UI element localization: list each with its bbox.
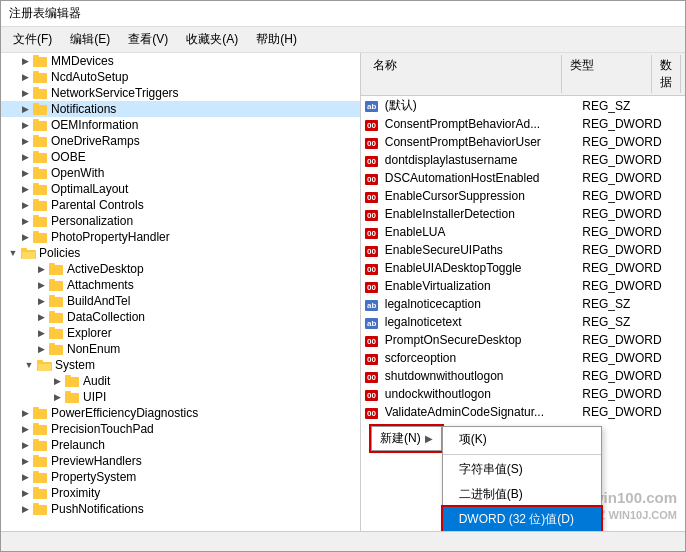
- tree-label: Parental Controls: [51, 198, 144, 212]
- expand-arrow: ▶: [17, 408, 33, 418]
- tree-item-powerefficiencydiagnostics[interactable]: ▶ PowerEfficiencyDiagnostics: [1, 405, 360, 421]
- tree-item-precisiontouchpad[interactable]: ▶ PrecisionTouchPad: [1, 421, 360, 437]
- reg-row-enableinstaller[interactable]: 00 EnableInstallerDetection REG_DWORD: [361, 205, 685, 223]
- tree-item-notifications[interactable]: ▶ Notifications: [1, 101, 360, 117]
- reg-name: EnableUIADesktopToggle: [385, 261, 582, 275]
- folder-open-icon: [37, 358, 53, 372]
- tree-item-onedriveramps[interactable]: ▶ OneDriveRamps: [1, 133, 360, 149]
- col-header-name: 名称: [365, 55, 562, 93]
- tree-item-networkservicetriggers[interactable]: ▶ NetworkServiceTriggers: [1, 85, 360, 101]
- tree-item-attachments[interactable]: ▶ Attachments: [1, 277, 360, 293]
- reg-row-legalnoticetext[interactable]: ab legalnoticetext REG_SZ: [361, 313, 685, 331]
- reg-row-enablevirtualization[interactable]: 00 EnableVirtualization REG_DWORD: [361, 277, 685, 295]
- svg-rect-21: [33, 215, 39, 218]
- reg-row-undockwithout[interactable]: 00 undockwithoutlogon REG_DWORD: [361, 385, 685, 403]
- tree-item-optimallayout[interactable]: ▶ OptimalLayout: [1, 181, 360, 197]
- reg-row-legalnoticecaption[interactable]: ab legalnoticecaption REG_SZ: [361, 295, 685, 313]
- tree-item-system[interactable]: ▼ System: [1, 357, 360, 373]
- dword-icon: 00: [365, 371, 383, 382]
- expand-arrow: ▶: [17, 472, 33, 482]
- reg-type: REG_DWORD: [582, 279, 681, 293]
- submenu-item-string[interactable]: 字符串值(S): [443, 457, 601, 482]
- tree-item-mmdevices[interactable]: ▶ MMDevices: [1, 53, 360, 69]
- ab-icon: ab: [365, 100, 383, 111]
- tree-item-ncdautosetup[interactable]: ▶ NcdAutoSetup: [1, 69, 360, 85]
- tree-item-photopropertyhandler[interactable]: ▶ PhotoPropertyHandler: [1, 229, 360, 245]
- tree-item-openwith[interactable]: ▶ OpenWith: [1, 165, 360, 181]
- reg-row-default[interactable]: ab (默认) REG_SZ: [361, 96, 685, 115]
- tree-item-activedesktop[interactable]: ▶ ActiveDesktop: [1, 261, 360, 277]
- reg-name: EnableSecureUIPaths: [385, 243, 582, 257]
- reg-type: REG_DWORD: [582, 387, 681, 401]
- svg-rect-33: [49, 313, 63, 323]
- expand-arrow: ▶: [17, 424, 33, 434]
- folder-icon: [33, 470, 49, 484]
- folder-icon: [49, 294, 65, 308]
- reg-row-validateadmin[interactable]: 00 ValidateAdminCodeSignatur... REG_DWOR…: [361, 403, 685, 421]
- tree-item-pushnotifications[interactable]: ▶ PushNotifications: [1, 501, 360, 517]
- svg-rect-11: [33, 135, 39, 138]
- svg-rect-37: [49, 345, 63, 355]
- tree-item-personalization[interactable]: ▶ Personalization: [1, 213, 360, 229]
- tree-item-buildandtel[interactable]: ▶ BuildAndTel: [1, 293, 360, 309]
- reg-row-consentpromptuser[interactable]: 00 ConsentPromptBehaviorUser REG_DWORD: [361, 133, 685, 151]
- reg-row-enablesecure[interactable]: 00 EnableSecureUIPaths REG_DWORD: [361, 241, 685, 259]
- tree-item-proximity[interactable]: ▶ Proximity: [1, 485, 360, 501]
- new-button[interactable]: 新建(N) ▶: [371, 426, 442, 451]
- reg-name: EnableCursorSuppression: [385, 189, 582, 203]
- submenu-arrow-icon: ▶: [425, 433, 433, 444]
- folder-icon: [33, 486, 49, 500]
- folder-icon: [49, 342, 65, 356]
- svg-rect-22: [33, 233, 47, 243]
- tree-item-prelaunch[interactable]: ▶ Prelaunch: [1, 437, 360, 453]
- svg-rect-17: [33, 183, 39, 186]
- dword-icon: 00: [365, 389, 383, 400]
- menu-help[interactable]: 帮助(H): [248, 29, 305, 50]
- reg-row-dontdisplay[interactable]: 00 dontdisplaylastusername REG_DWORD: [361, 151, 685, 169]
- tree-item-previewhandlers[interactable]: ▶ PreviewHandlers: [1, 453, 360, 469]
- tree-item-uipi[interactable]: ▶ UIPI: [1, 389, 360, 405]
- reg-row-consentpromptad[interactable]: 00 ConsentPromptBehaviorAd... REG_DWORD: [361, 115, 685, 133]
- tree-label: PreviewHandlers: [51, 454, 142, 468]
- reg-type: REG_DWORD: [582, 207, 681, 221]
- menu-edit[interactable]: 编辑(E): [62, 29, 118, 50]
- svg-rect-7: [33, 103, 39, 106]
- menu-view[interactable]: 查看(V): [120, 29, 176, 50]
- expand-arrow: ▶: [17, 168, 33, 178]
- tree-label: UIPI: [83, 390, 106, 404]
- tree-item-nonenum[interactable]: ▶ NonEnum: [1, 341, 360, 357]
- tree-item-parental-controls[interactable]: ▶ Parental Controls: [1, 197, 360, 213]
- folder-icon: [33, 214, 49, 228]
- folder-icon: [65, 374, 81, 388]
- menu-favorites[interactable]: 收藏夹(A): [178, 29, 246, 50]
- submenu-item-dword32[interactable]: DWORD (32 位)值(D): [443, 507, 601, 531]
- tree-item-oobe[interactable]: ▶ OOBE: [1, 149, 360, 165]
- folder-icon: [33, 502, 49, 516]
- folder-icon: [33, 454, 49, 468]
- tree-item-propertysystem[interactable]: ▶ PropertySystem: [1, 469, 360, 485]
- tree-item-policies[interactable]: ▼ Policies: [1, 245, 360, 261]
- reg-row-dscautomation[interactable]: 00 DSCAutomationHostEnabled REG_DWORD: [361, 169, 685, 187]
- reg-row-shutdownwithout[interactable]: 00 shutdownwithoutlogon REG_DWORD: [361, 367, 685, 385]
- tree-label: PowerEfficiencyDiagnostics: [51, 406, 198, 420]
- tree-item-audit[interactable]: ▶ Audit: [1, 373, 360, 389]
- tree-label: MMDevices: [51, 54, 114, 68]
- menu-file[interactable]: 文件(F): [5, 29, 60, 50]
- reg-row-enableuiadesktop[interactable]: 00 EnableUIADesktopToggle REG_DWORD: [361, 259, 685, 277]
- dword-icon: 00: [365, 353, 383, 364]
- tree-label: NetworkServiceTriggers: [51, 86, 179, 100]
- svg-rect-53: [33, 455, 39, 458]
- tree-item-datacollection[interactable]: ▶ DataCollection: [1, 309, 360, 325]
- submenu-item-binary[interactable]: 二进制值(B): [443, 482, 601, 507]
- folder-icon: [49, 262, 65, 276]
- reg-row-enablecursor[interactable]: 00 EnableCursorSuppression REG_DWORD: [361, 187, 685, 205]
- reg-name: ConsentPromptBehaviorAd...: [385, 117, 582, 131]
- expand-arrow: ▶: [17, 200, 33, 210]
- reg-row-enablelua[interactable]: 00 EnableLUA REG_DWORD: [361, 223, 685, 241]
- reg-row-promptonsecure[interactable]: 00 PromptOnSecureDesktop REG_DWORD: [361, 331, 685, 349]
- tree-item-explorer[interactable]: ▶ Explorer: [1, 325, 360, 341]
- tree-label: Audit: [83, 374, 110, 388]
- submenu-item-key[interactable]: 项(K): [443, 427, 601, 452]
- reg-row-scforceoption[interactable]: 00 scforceoption REG_DWORD: [361, 349, 685, 367]
- tree-item-oeminformation[interactable]: ▶ OEMInformation: [1, 117, 360, 133]
